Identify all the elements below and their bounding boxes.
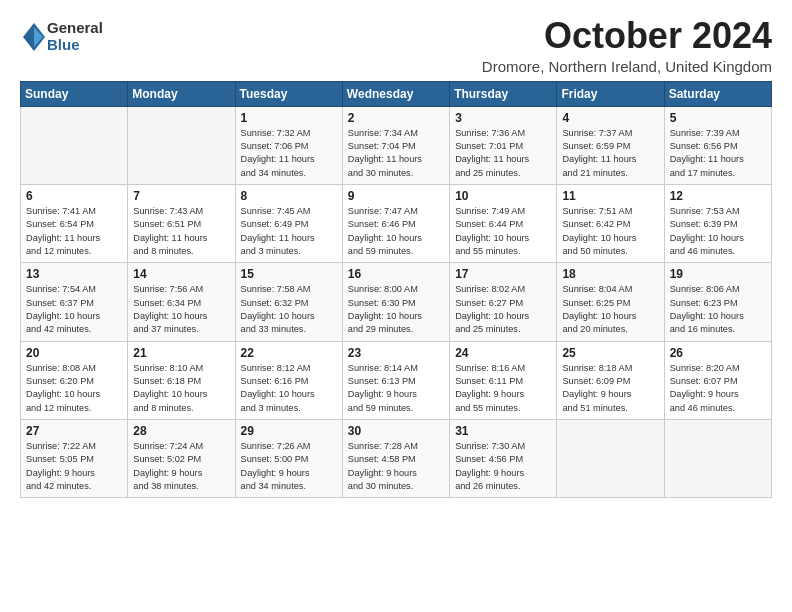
- cell-content: Sunrise: 7:53 AM Sunset: 6:39 PM Dayligh…: [670, 205, 766, 258]
- calendar-cell: 8Sunrise: 7:45 AM Sunset: 6:49 PM Daylig…: [235, 184, 342, 262]
- cell-content: Sunrise: 7:34 AM Sunset: 7:04 PM Dayligh…: [348, 127, 444, 180]
- day-number: 22: [241, 346, 337, 360]
- cell-content: Sunrise: 7:51 AM Sunset: 6:42 PM Dayligh…: [562, 205, 658, 258]
- week-row-3: 13Sunrise: 7:54 AM Sunset: 6:37 PM Dayli…: [21, 263, 772, 341]
- day-number: 14: [133, 267, 229, 281]
- calendar-cell: 15Sunrise: 7:58 AM Sunset: 6:32 PM Dayli…: [235, 263, 342, 341]
- cell-content: Sunrise: 8:16 AM Sunset: 6:11 PM Dayligh…: [455, 362, 551, 415]
- calendar-cell: 17Sunrise: 8:02 AM Sunset: 6:27 PM Dayli…: [450, 263, 557, 341]
- cell-content: Sunrise: 7:24 AM Sunset: 5:02 PM Dayligh…: [133, 440, 229, 493]
- day-number: 8: [241, 189, 337, 203]
- calendar-cell: 21Sunrise: 8:10 AM Sunset: 6:18 PM Dayli…: [128, 341, 235, 419]
- cell-content: Sunrise: 7:45 AM Sunset: 6:49 PM Dayligh…: [241, 205, 337, 258]
- day-number: 7: [133, 189, 229, 203]
- day-number: 6: [26, 189, 122, 203]
- calendar-cell: 14Sunrise: 7:56 AM Sunset: 6:34 PM Dayli…: [128, 263, 235, 341]
- day-number: 26: [670, 346, 766, 360]
- calendar-cell: 2Sunrise: 7:34 AM Sunset: 7:04 PM Daylig…: [342, 106, 449, 184]
- day-number: 31: [455, 424, 551, 438]
- day-number: 30: [348, 424, 444, 438]
- calendar-cell: 16Sunrise: 8:00 AM Sunset: 6:30 PM Dayli…: [342, 263, 449, 341]
- day-number: 15: [241, 267, 337, 281]
- cell-content: Sunrise: 7:22 AM Sunset: 5:05 PM Dayligh…: [26, 440, 122, 493]
- calendar-cell: [128, 106, 235, 184]
- day-number: 12: [670, 189, 766, 203]
- header-row: SundayMondayTuesdayWednesdayThursdayFrid…: [21, 81, 772, 106]
- cell-content: Sunrise: 7:28 AM Sunset: 4:58 PM Dayligh…: [348, 440, 444, 493]
- header-cell-saturday: Saturday: [664, 81, 771, 106]
- day-number: 25: [562, 346, 658, 360]
- week-row-2: 6Sunrise: 7:41 AM Sunset: 6:54 PM Daylig…: [21, 184, 772, 262]
- day-number: 24: [455, 346, 551, 360]
- month-title: October 2024: [482, 16, 772, 56]
- logo-text: General Blue: [47, 20, 103, 53]
- header-cell-wednesday: Wednesday: [342, 81, 449, 106]
- day-number: 27: [26, 424, 122, 438]
- calendar-cell: 23Sunrise: 8:14 AM Sunset: 6:13 PM Dayli…: [342, 341, 449, 419]
- cell-content: Sunrise: 7:30 AM Sunset: 4:56 PM Dayligh…: [455, 440, 551, 493]
- day-number: 4: [562, 111, 658, 125]
- cell-content: Sunrise: 8:00 AM Sunset: 6:30 PM Dayligh…: [348, 283, 444, 336]
- calendar-cell: 22Sunrise: 8:12 AM Sunset: 6:16 PM Dayli…: [235, 341, 342, 419]
- day-number: 5: [670, 111, 766, 125]
- cell-content: Sunrise: 7:58 AM Sunset: 6:32 PM Dayligh…: [241, 283, 337, 336]
- day-number: 19: [670, 267, 766, 281]
- day-number: 11: [562, 189, 658, 203]
- location-title: Dromore, Northern Ireland, United Kingdo…: [482, 58, 772, 75]
- cell-content: Sunrise: 7:26 AM Sunset: 5:00 PM Dayligh…: [241, 440, 337, 493]
- day-number: 3: [455, 111, 551, 125]
- cell-content: Sunrise: 7:47 AM Sunset: 6:46 PM Dayligh…: [348, 205, 444, 258]
- header-cell-thursday: Thursday: [450, 81, 557, 106]
- day-number: 29: [241, 424, 337, 438]
- calendar-cell: 10Sunrise: 7:49 AM Sunset: 6:44 PM Dayli…: [450, 184, 557, 262]
- cell-content: Sunrise: 8:02 AM Sunset: 6:27 PM Dayligh…: [455, 283, 551, 336]
- calendar-table: SundayMondayTuesdayWednesdayThursdayFrid…: [20, 81, 772, 499]
- cell-content: Sunrise: 8:10 AM Sunset: 6:18 PM Dayligh…: [133, 362, 229, 415]
- week-row-1: 1Sunrise: 7:32 AM Sunset: 7:06 PM Daylig…: [21, 106, 772, 184]
- day-number: 13: [26, 267, 122, 281]
- calendar-cell: 27Sunrise: 7:22 AM Sunset: 5:05 PM Dayli…: [21, 420, 128, 498]
- calendar-cell: 29Sunrise: 7:26 AM Sunset: 5:00 PM Dayli…: [235, 420, 342, 498]
- cell-content: Sunrise: 8:18 AM Sunset: 6:09 PM Dayligh…: [562, 362, 658, 415]
- day-number: 21: [133, 346, 229, 360]
- calendar-cell: 1Sunrise: 7:32 AM Sunset: 7:06 PM Daylig…: [235, 106, 342, 184]
- cell-content: Sunrise: 7:39 AM Sunset: 6:56 PM Dayligh…: [670, 127, 766, 180]
- cell-content: Sunrise: 8:20 AM Sunset: 6:07 PM Dayligh…: [670, 362, 766, 415]
- calendar-cell: 5Sunrise: 7:39 AM Sunset: 6:56 PM Daylig…: [664, 106, 771, 184]
- cell-content: Sunrise: 7:54 AM Sunset: 6:37 PM Dayligh…: [26, 283, 122, 336]
- calendar-cell: 9Sunrise: 7:47 AM Sunset: 6:46 PM Daylig…: [342, 184, 449, 262]
- header-cell-tuesday: Tuesday: [235, 81, 342, 106]
- day-number: 20: [26, 346, 122, 360]
- header-cell-monday: Monday: [128, 81, 235, 106]
- header-cell-sunday: Sunday: [21, 81, 128, 106]
- page: General Blue October 2024 Dromore, North…: [0, 0, 792, 508]
- cell-content: Sunrise: 8:04 AM Sunset: 6:25 PM Dayligh…: [562, 283, 658, 336]
- cell-content: Sunrise: 7:32 AM Sunset: 7:06 PM Dayligh…: [241, 127, 337, 180]
- cell-content: Sunrise: 7:41 AM Sunset: 6:54 PM Dayligh…: [26, 205, 122, 258]
- day-number: 10: [455, 189, 551, 203]
- day-number: 18: [562, 267, 658, 281]
- calendar-cell: 6Sunrise: 7:41 AM Sunset: 6:54 PM Daylig…: [21, 184, 128, 262]
- cell-content: Sunrise: 8:14 AM Sunset: 6:13 PM Dayligh…: [348, 362, 444, 415]
- calendar-cell: 28Sunrise: 7:24 AM Sunset: 5:02 PM Dayli…: [128, 420, 235, 498]
- calendar-cell: 20Sunrise: 8:08 AM Sunset: 6:20 PM Dayli…: [21, 341, 128, 419]
- week-row-4: 20Sunrise: 8:08 AM Sunset: 6:20 PM Dayli…: [21, 341, 772, 419]
- day-number: 1: [241, 111, 337, 125]
- calendar-cell: 30Sunrise: 7:28 AM Sunset: 4:58 PM Dayli…: [342, 420, 449, 498]
- calendar-cell: 11Sunrise: 7:51 AM Sunset: 6:42 PM Dayli…: [557, 184, 664, 262]
- header: General Blue October 2024 Dromore, North…: [20, 16, 772, 75]
- calendar-cell: [21, 106, 128, 184]
- cell-content: Sunrise: 7:37 AM Sunset: 6:59 PM Dayligh…: [562, 127, 658, 180]
- calendar-cell: 4Sunrise: 7:37 AM Sunset: 6:59 PM Daylig…: [557, 106, 664, 184]
- day-number: 2: [348, 111, 444, 125]
- cell-content: Sunrise: 8:06 AM Sunset: 6:23 PM Dayligh…: [670, 283, 766, 336]
- calendar-cell: 12Sunrise: 7:53 AM Sunset: 6:39 PM Dayli…: [664, 184, 771, 262]
- title-area: October 2024 Dromore, Northern Ireland, …: [482, 16, 772, 75]
- day-number: 16: [348, 267, 444, 281]
- calendar-cell: 24Sunrise: 8:16 AM Sunset: 6:11 PM Dayli…: [450, 341, 557, 419]
- cell-content: Sunrise: 8:08 AM Sunset: 6:20 PM Dayligh…: [26, 362, 122, 415]
- cell-content: Sunrise: 7:56 AM Sunset: 6:34 PM Dayligh…: [133, 283, 229, 336]
- calendar-cell: 7Sunrise: 7:43 AM Sunset: 6:51 PM Daylig…: [128, 184, 235, 262]
- header-cell-friday: Friday: [557, 81, 664, 106]
- calendar-cell: [664, 420, 771, 498]
